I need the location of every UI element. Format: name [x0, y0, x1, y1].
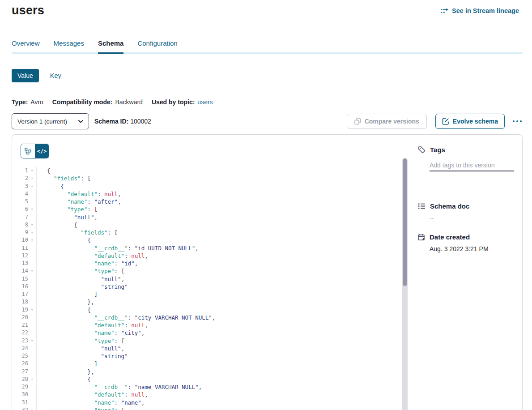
fold-toggle-icon[interactable]: ▾: [28, 337, 36, 345]
fold-toggle-icon[interactable]: ▾: [28, 167, 36, 175]
tab-overview[interactable]: Overview: [12, 39, 40, 54]
tab-messages[interactable]: Messages: [54, 39, 84, 54]
code-text: {: [37, 167, 51, 175]
fold-toggle-icon[interactable]: ▾: [28, 376, 36, 383]
code-text: {: [37, 376, 91, 383]
line-number: 24: [12, 345, 28, 352]
fold-toggle-icon[interactable]: ▾: [28, 205, 36, 213]
fold-spacer: [28, 298, 36, 306]
ellipsis-icon: [513, 120, 515, 122]
schema-doc-title: Schema doc: [430, 202, 469, 210]
fold-spacer: [28, 252, 36, 260]
fold-toggle-icon[interactable]: ▾: [28, 236, 36, 244]
lineage-link-label: See in Stream lineage: [452, 7, 519, 14]
code-line: 15 "null",: [12, 275, 410, 283]
line-number: 10: [12, 236, 28, 244]
line-number: 5: [12, 198, 28, 205]
list-icon: [418, 203, 426, 209]
code-text: {: [37, 306, 91, 314]
code-line: 32▾ "type": [: [12, 406, 410, 410]
code-text: "name": "after",: [37, 198, 121, 205]
editor-scrollbar-thumb[interactable]: [403, 158, 407, 286]
evolve-schema-button[interactable]: Evolve schema: [435, 114, 505, 129]
code-line: 12 "default": null,: [12, 252, 410, 260]
evolve-schema-label: Evolve schema: [453, 118, 498, 125]
schema-id-label: Schema ID:: [94, 118, 128, 125]
code-text: "type": [: [37, 205, 98, 213]
fold-toggle-icon[interactable]: ▾: [28, 175, 36, 182]
code-line: 26 ]: [12, 360, 410, 367]
line-number: 22: [12, 329, 28, 337]
add-tags-input[interactable]: [430, 160, 514, 171]
code-line: 18 },: [12, 298, 410, 306]
type-label: Type:: [12, 98, 28, 106]
line-number: 29: [12, 383, 28, 391]
fold-spacer: [28, 321, 36, 329]
tree-diagram-icon: [25, 148, 31, 154]
tag-icon: [418, 146, 426, 154]
code-line: 28▾ {: [12, 376, 410, 383]
copy-documents-icon: [354, 118, 361, 125]
tab-bar: Overview Messages Schema Configuration: [12, 39, 523, 54]
schema-meta-row: Type: Avro Compatibility mode: Backward …: [12, 98, 213, 106]
code-line: 8▾ {: [12, 221, 410, 229]
line-number: 13: [12, 260, 28, 267]
schema-doc-value: --: [430, 214, 514, 222]
code-text: ]: [37, 360, 98, 367]
code-line: 20 "__crdb__": "city VARCHAR NOT NULL",: [12, 314, 410, 321]
fold-spacer: [28, 244, 36, 252]
fold-toggle-icon[interactable]: ▾: [28, 183, 36, 190]
fold-toggle-icon[interactable]: ▾: [28, 267, 36, 275]
see-in-stream-lineage-link[interactable]: See in Stream lineage: [440, 7, 519, 14]
date-created-header: Date created: [418, 233, 514, 241]
more-actions-button[interactable]: [511, 118, 523, 125]
line-number: 16: [12, 283, 28, 290]
fold-spacer: [28, 190, 36, 198]
tags-section: Tags: [418, 146, 514, 171]
tree-view-button[interactable]: [21, 144, 35, 158]
code-text: "name": "name",: [37, 399, 145, 406]
tab-configuration[interactable]: Configuration: [137, 39, 177, 54]
code-text: "default": null,: [37, 391, 148, 398]
fold-toggle-icon[interactable]: ▾: [28, 221, 36, 229]
version-select[interactable]: Version 1 (current): [12, 113, 89, 129]
line-number: 8: [12, 221, 28, 229]
line-number: 32: [12, 406, 28, 410]
key-toggle-button[interactable]: Key: [50, 72, 61, 79]
code-text: "__crdb__": "id UUID NOT NULL",: [37, 244, 199, 252]
fold-spacer: [28, 260, 36, 267]
compatibility-value: Backward: [115, 98, 142, 106]
schema-panel: </> 1▾ {2▾ "fields": [3▾ {4 "default": n…: [12, 134, 523, 410]
fold-toggle-icon[interactable]: ▾: [28, 306, 36, 314]
code-text: "type": [: [37, 267, 124, 275]
view-mode-toggle: </>: [21, 144, 49, 158]
value-toggle-button[interactable]: Value: [12, 69, 39, 82]
schema-page: users See in Stream lineage Overview Mes…: [0, 0, 532, 410]
code-line: 5 "name": "after",: [12, 198, 410, 205]
line-number: 23: [12, 337, 28, 345]
code-text: {: [37, 221, 77, 229]
code-text: "name": "city",: [37, 329, 145, 337]
code-text: "fields": [: [37, 229, 118, 236]
code-text: "__crdb__": "city VARCHAR NOT NULL",: [37, 314, 215, 321]
topic-link[interactable]: users: [197, 98, 213, 106]
line-number: 20: [12, 314, 28, 321]
line-number: 27: [12, 368, 28, 376]
value-key-toggle: Value Key: [12, 69, 61, 82]
code-lines[interactable]: 1▾ {2▾ "fields": [3▾ {4 "default": null,…: [12, 167, 410, 410]
edit-pencil-square-icon: [442, 118, 449, 125]
tab-schema[interactable]: Schema: [98, 39, 124, 54]
fold-spacer: [28, 399, 36, 406]
editor-scrollbar-track[interactable]: [402, 158, 408, 410]
compare-versions-button[interactable]: Compare versions: [347, 114, 427, 129]
schema-id: Schema ID: 100002: [94, 118, 151, 125]
line-number: 12: [12, 252, 28, 260]
line-number: 26: [12, 360, 28, 367]
code-view-button[interactable]: </>: [35, 144, 49, 158]
code-text: "type": [: [37, 337, 124, 345]
code-text: "null",: [37, 214, 98, 221]
fold-toggle-icon[interactable]: ▾: [28, 406, 36, 410]
line-number: 17: [12, 290, 28, 298]
fold-toggle-icon[interactable]: ▾: [28, 229, 36, 236]
fold-spacer: [28, 198, 36, 205]
